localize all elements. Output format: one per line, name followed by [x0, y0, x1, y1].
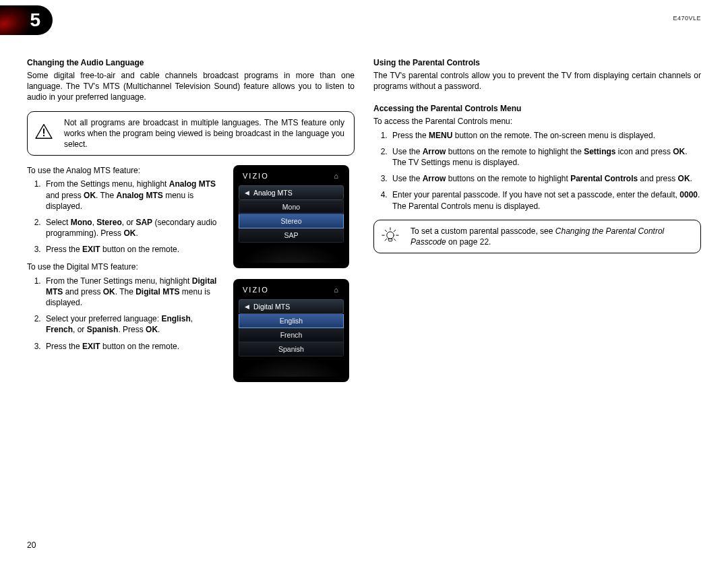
digital-step-2: Select your preferred language: English,…: [43, 313, 222, 335]
warning-callout: Not all programs are broadcast in multip…: [27, 111, 355, 156]
chapter-badge: 5: [0, 5, 53, 35]
analog-step-2: Select Mono, Stereo, or SAP (secondary a…: [43, 217, 222, 239]
left-column: Changing the Audio Language Some digital…: [27, 54, 355, 382]
digital-steps: From the Tuner Settings menu, highlight …: [27, 276, 222, 352]
analog-intro: To use the Analog MTS feature:: [27, 165, 222, 176]
menu-item-english: English: [239, 314, 344, 328]
lightbulb-icon: [381, 226, 401, 247]
svg-rect-2: [43, 135, 44, 136]
warning-icon: [34, 123, 55, 144]
digital-step-1: From the Tuner Settings menu, highlight …: [43, 276, 222, 309]
page-number: 20: [27, 540, 36, 550]
parental-step-2: Use the Arrow buttons on the remote to h…: [390, 146, 701, 168]
brand-label: VIZIO: [243, 286, 269, 294]
tip-callout: To set a custom parental passcode, see C…: [373, 220, 701, 253]
digital-intro: To use the Digital MTS feature:: [27, 261, 222, 272]
menu-title: Digital MTS: [253, 303, 290, 311]
intro-parental-controls: The TV's parental controls allow you to …: [373, 70, 701, 92]
parental-step-1: Press the MENU button on the remote. The…: [390, 130, 701, 141]
menu-item-spanish: Spanish: [239, 342, 344, 356]
parental-step-3: Use the Arrow buttons on the remote to h…: [390, 173, 701, 184]
home-icon: ⌂: [334, 286, 340, 294]
model-id: E470VLE: [673, 15, 701, 22]
menu-title-row: ◀ Digital MTS: [239, 299, 344, 314]
analog-steps: From the Settings menu, highlight Analog…: [27, 179, 222, 255]
heading-parental-controls: Using the Parental Controls: [373, 58, 701, 67]
intro-access-parental-menu: To access the Parental Controls menu:: [373, 116, 701, 127]
svg-point-3: [387, 232, 394, 239]
svg-line-9: [385, 239, 387, 241]
heading-access-parental-menu: Accessing the Parental Controls Menu: [373, 104, 701, 113]
right-column: Using the Parental Controls The TV's par…: [373, 54, 701, 382]
home-icon: ⌂: [334, 172, 340, 180]
analog-step-3: Press the EXIT button on the remote.: [43, 244, 222, 255]
analog-mts-menu-screenshot: VIZIO ⌂ ◀ Analog MTS Mono Stereo SAP: [233, 165, 349, 268]
warning-text: Not all programs are broadcast in multip…: [64, 117, 344, 150]
svg-line-8: [394, 230, 396, 232]
svg-line-10: [394, 239, 396, 241]
chapter-number: 5: [30, 9, 40, 31]
brand-label: VIZIO: [243, 172, 269, 180]
menu-item-mono: Mono: [239, 200, 344, 214]
back-arrow-icon: ◀: [245, 303, 249, 310]
heading-audio-language: Changing the Audio Language: [27, 58, 355, 67]
menu-item-sap: SAP: [239, 228, 344, 243]
tip-text: To set a custom parental passcode, see C…: [411, 226, 691, 247]
intro-audio-language: Some digital free-to-air and cable chann…: [27, 70, 355, 103]
menu-title: Analog MTS: [253, 189, 293, 197]
svg-rect-1: [43, 129, 44, 134]
digital-mts-menu-screenshot: VIZIO ⌂ ◀ Digital MTS English French Spa…: [233, 279, 349, 382]
digital-step-3: Press the EXIT button on the remote.: [43, 341, 222, 352]
parental-steps: Press the MENU button on the remote. The…: [373, 130, 701, 212]
analog-step-1: From the Settings menu, highlight Analog…: [43, 179, 222, 212]
svg-line-7: [385, 230, 387, 232]
menu-item-french: French: [239, 328, 344, 342]
back-arrow-icon: ◀: [245, 189, 249, 196]
page-header: 5 E470VLE: [0, 5, 701, 43]
menu-item-stereo: Stereo: [239, 214, 344, 228]
menu-title-row: ◀ Analog MTS: [239, 185, 344, 200]
parental-step-4: Enter your parental passcode. If you hav…: [390, 189, 701, 211]
